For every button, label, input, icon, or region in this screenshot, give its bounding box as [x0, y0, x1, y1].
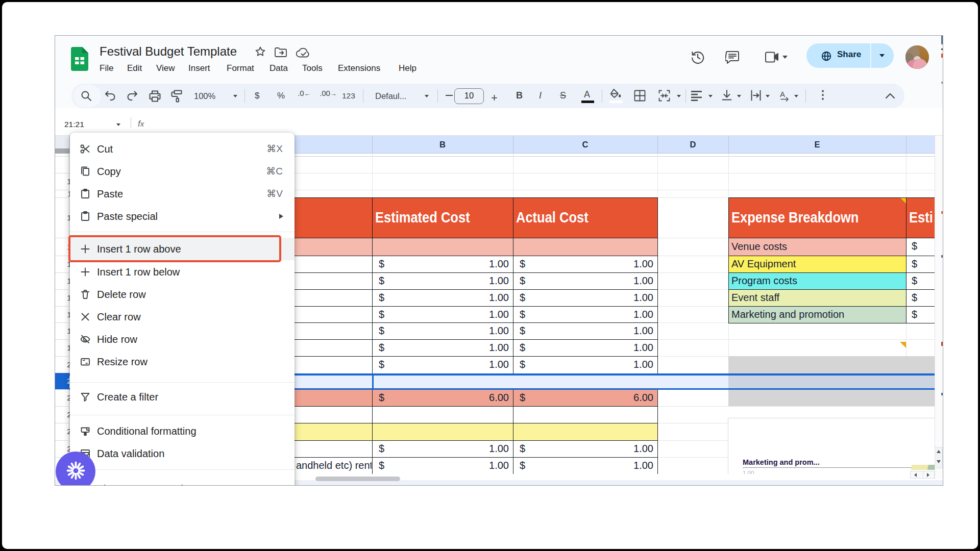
svg-text:A: A	[780, 90, 785, 98]
